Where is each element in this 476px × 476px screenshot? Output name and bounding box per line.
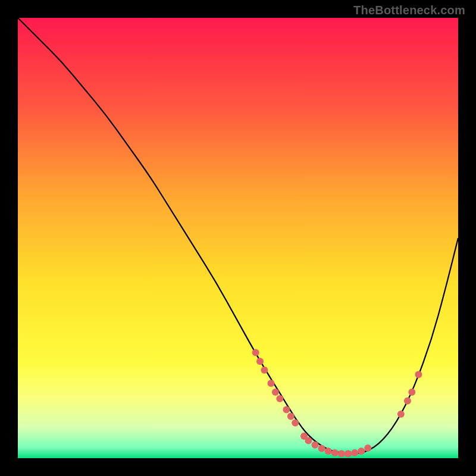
curve-marker (268, 380, 275, 387)
curve-marker (287, 413, 295, 420)
curve-marker (358, 447, 365, 455)
curve-marker (252, 349, 259, 356)
chart-container: TheBottleneck.com (0, 0, 476, 476)
curve-marker (404, 397, 411, 405)
plot-background (18, 18, 458, 458)
curve-marker (408, 389, 415, 396)
bottleneck-chart (0, 0, 476, 476)
curve-marker (276, 395, 283, 402)
curve-marker (338, 450, 345, 458)
curve-marker (345, 450, 352, 458)
curve-marker (283, 406, 290, 414)
curve-marker (292, 419, 299, 427)
curve-marker (397, 411, 405, 418)
curve-marker (351, 449, 358, 456)
curve-marker (331, 449, 339, 456)
curve-marker (256, 358, 264, 365)
curve-marker (261, 367, 268, 374)
curve-marker (312, 441, 319, 449)
curve-marker (325, 447, 332, 455)
curve-marker (305, 437, 312, 444)
curve-marker (364, 444, 371, 452)
curve-marker (272, 389, 279, 396)
curve-marker (318, 445, 325, 452)
curve-marker (415, 371, 422, 378)
